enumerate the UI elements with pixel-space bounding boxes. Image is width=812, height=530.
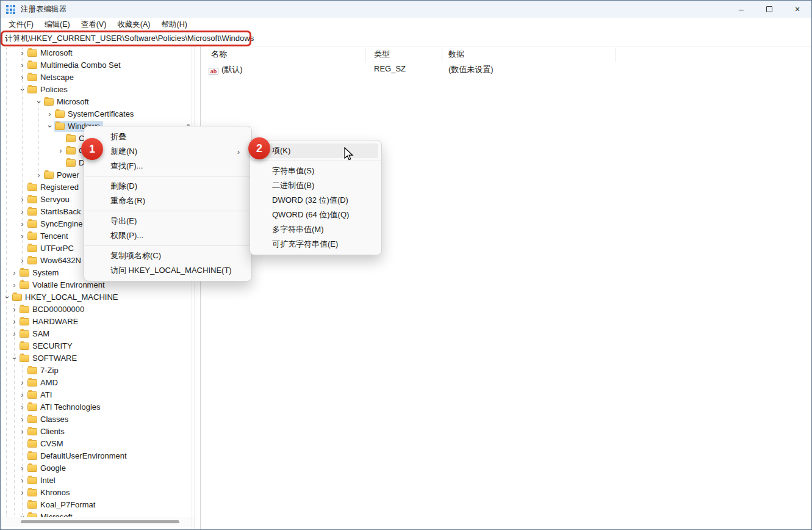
close-button[interactable]: ×	[783, 1, 811, 18]
tree-item-defaultuserenvironment[interactable]: ›DefaultUserEnvironment	[1, 450, 195, 462]
context-menu-item--f-[interactable]: 查找(F)...	[87, 159, 248, 173]
context-menu-item--n-[interactable]: 新建(N)›	[87, 144, 248, 159]
tree-item-intel[interactable]: ›Intel	[1, 474, 195, 487]
registry-value-row[interactable]: ab(默认) REG_SZ (数值未设置)	[202, 63, 812, 75]
chevron-down-icon[interactable]: ›	[44, 123, 56, 131]
folder-icon	[66, 159, 76, 167]
tree-item-policies[interactable]: ›Policies	[1, 84, 195, 96]
chevron-right-icon[interactable]: ›	[18, 401, 26, 413]
tree-horizontal-scrollbar-thumb[interactable]	[21, 520, 179, 523]
tree-item-koal-p7format[interactable]: ›Koal_P7Format	[1, 499, 195, 511]
submenu-item--k-[interactable]: 项(K)	[253, 143, 378, 158]
tree-item-cvsm[interactable]: ›CVSM	[1, 438, 195, 450]
folder-icon	[27, 440, 37, 448]
tree-item-amd[interactable]: ›AMD	[1, 377, 195, 389]
chevron-right-icon[interactable]: ›	[18, 426, 26, 438]
column-data[interactable]: 数据	[448, 49, 464, 60]
context-menu-item--[interactable]: 折叠	[87, 129, 248, 144]
maximize-button[interactable]	[755, 1, 783, 18]
menu-separator	[85, 211, 251, 211]
tree-item-hardware[interactable]: ›HARDWARE	[1, 316, 195, 328]
menu-item-label: 折叠	[110, 131, 126, 142]
menu-file[interactable]: 文件(F)	[3, 18, 39, 31]
chevron-right-icon[interactable]: ›	[18, 230, 26, 242]
submenu-item--b-[interactable]: 二进制值(B)	[253, 178, 378, 193]
chevron-right-icon[interactable]: ›	[18, 413, 26, 426]
chevron-right-icon[interactable]: ›	[18, 47, 26, 59]
folder-icon	[27, 404, 37, 411]
chevron-right-icon[interactable]: ›	[18, 218, 26, 230]
context-menu-item--c-[interactable]: 复制项名称(C)	[87, 249, 248, 263]
mouse-cursor-icon	[343, 147, 356, 162]
tree-item-ati[interactable]: ›ATI	[1, 389, 195, 401]
chevron-right-icon[interactable]: ›	[46, 108, 54, 120]
chevron-down-icon[interactable]: ›	[33, 98, 45, 106]
menu-item-label: 复制项名称(C)	[110, 250, 161, 261]
context-menu-item--e-[interactable]: 导出(E)	[87, 214, 248, 228]
chevron-right-icon[interactable]: ›	[18, 389, 26, 401]
tree-item-classes[interactable]: ›Classes	[1, 413, 195, 426]
tree-item-systemcertificates[interactable]: ›SystemCertificates	[1, 108, 195, 120]
context-menu-item--r-[interactable]: 重命名(R)	[87, 194, 248, 208]
menu-view[interactable]: 查看(V)	[76, 18, 112, 31]
menu-favorites[interactable]: 收藏夹(A)	[112, 18, 156, 31]
column-type[interactable]: 类型	[374, 49, 390, 60]
submenu-item-dword-32-d-[interactable]: DWORD (32 位)值(D)	[253, 193, 378, 208]
menu-item-label: DWORD (32 位)值(D)	[272, 195, 348, 206]
tree-item-clients[interactable]: ›Clients	[1, 426, 195, 438]
tree-item-sam[interactable]: ›SAM	[1, 328, 195, 340]
minimize-button[interactable]: –	[727, 1, 755, 18]
chevron-right-icon[interactable]: ›	[57, 145, 65, 157]
chevron-right-icon[interactable]: ›	[10, 316, 18, 328]
submenu-item--m-[interactable]: 多字符串值(M)	[253, 222, 378, 237]
folder-icon	[27, 49, 37, 57]
chevron-right-icon[interactable]: ›	[18, 462, 26, 474]
chevron-down-icon[interactable]: ›	[1, 294, 13, 302]
chevron-down-icon[interactable]: ›	[9, 355, 21, 363]
context-menu-item--d-[interactable]: 删除(D)	[87, 179, 248, 194]
annotation-step-1: 1	[81, 138, 103, 160]
chevron-right-icon[interactable]: ›	[10, 328, 18, 340]
tree-item-microsoft[interactable]: ›Microsoft	[1, 96, 195, 108]
submenu-item-qword-64-q-[interactable]: QWORD (64 位)值(Q)	[253, 208, 378, 222]
chevron-right-icon[interactable]: ›	[35, 169, 43, 181]
tree-item-label: HARDWARE	[32, 317, 78, 326]
tree-horizontal-scrollbar[interactable]	[1, 517, 195, 527]
submenu-item--e-[interactable]: 可扩充字符串值(E)	[253, 237, 378, 252]
chevron-right-icon[interactable]: ›	[10, 267, 18, 279]
chevron-right-icon[interactable]: ›	[18, 71, 26, 84]
chevron-right-icon[interactable]: ›	[18, 255, 26, 267]
submenu-item--s-[interactable]: 字符串值(S)	[253, 164, 378, 178]
tree-item-7-zip[interactable]: ›7-Zip	[1, 365, 195, 377]
address-bar[interactable]: 计算机\HKEY_CURRENT_USER\Software\Policies\…	[1, 31, 811, 46]
tree-item-ati-technologies[interactable]: ›ATI Technologies	[1, 401, 195, 413]
column-name[interactable]: 名称	[211, 49, 227, 60]
tree-item-netscape[interactable]: ›Netscape	[1, 71, 195, 84]
tree-item-bcd00000000[interactable]: ›BCD00000000	[1, 303, 195, 316]
menu-help[interactable]: 帮助(H)	[156, 18, 192, 31]
menu-separator	[85, 245, 251, 246]
chevron-right-icon[interactable]: ›	[18, 59, 26, 71]
tree-item-security[interactable]: ›SECURITY	[1, 340, 195, 352]
tree-item-multimedia-combo-set[interactable]: ›Multimedia Combo Set	[1, 59, 195, 71]
menu-edit[interactable]: 编辑(E)	[39, 18, 76, 31]
context-menu-item--hkey_local_machine-t-[interactable]: 访问 HKEY_LOCAL_MACHINE(T)	[87, 263, 248, 278]
tree-item-label: SOFTWARE	[32, 354, 77, 363]
chevron-right-icon[interactable]: ›	[18, 206, 26, 218]
context-menu-item--p-[interactable]: 权限(P)...	[87, 228, 248, 243]
tree-item-label: Multimedia Combo Set	[40, 60, 121, 70]
tree-item-hkey-local-machine[interactable]: ›HKEY_LOCAL_MACHINE	[1, 291, 195, 303]
tree-item-microsoft[interactable]: ›Microsoft	[1, 47, 195, 59]
folder-icon	[27, 74, 37, 81]
chevron-down-icon[interactable]: ›	[16, 86, 29, 94]
chevron-right-icon[interactable]: ›	[10, 279, 18, 291]
chevron-right-icon[interactable]: ›	[18, 377, 26, 389]
tree-item-software[interactable]: ›SOFTWARE	[1, 352, 195, 365]
chevron-right-icon[interactable]: ›	[18, 474, 26, 487]
chevron-right-icon[interactable]: ›	[18, 487, 26, 499]
tree-item-google[interactable]: ›Google	[1, 462, 195, 474]
tree-item-khronos[interactable]: ›Khronos	[1, 487, 195, 499]
folder-icon	[66, 147, 76, 154]
chevron-right-icon[interactable]: ›	[10, 303, 18, 316]
chevron-right-icon[interactable]: ›	[18, 194, 26, 206]
